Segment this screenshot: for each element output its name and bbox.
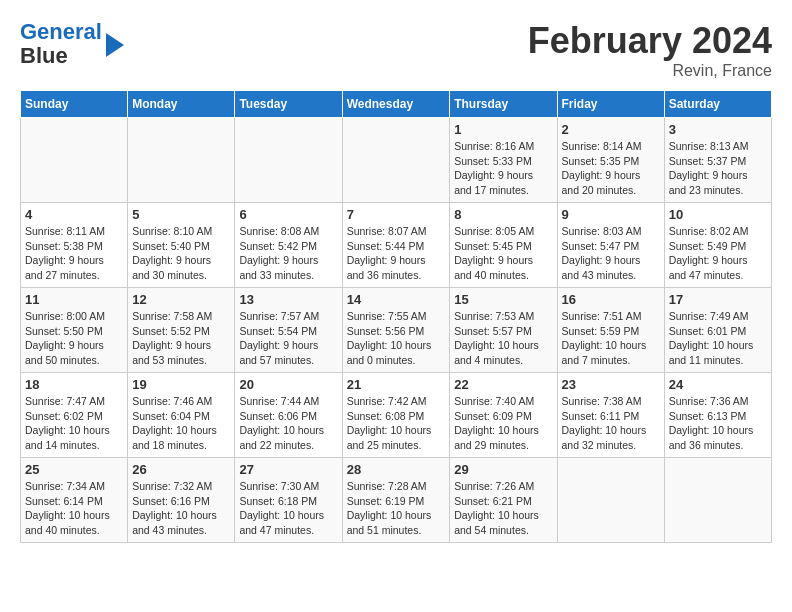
day-number: 18 — [25, 377, 123, 392]
calendar-week-row: 1Sunrise: 8:16 AM Sunset: 5:33 PM Daylig… — [21, 118, 772, 203]
page-header: General Blue February 2024 Revin, France — [20, 20, 772, 80]
day-info: Sunrise: 7:28 AM Sunset: 6:19 PM Dayligh… — [347, 479, 446, 538]
day-info: Sunrise: 7:44 AM Sunset: 6:06 PM Dayligh… — [239, 394, 337, 453]
day-info: Sunrise: 7:30 AM Sunset: 6:18 PM Dayligh… — [239, 479, 337, 538]
column-header-wednesday: Wednesday — [342, 91, 450, 118]
calendar-cell: 15Sunrise: 7:53 AM Sunset: 5:57 PM Dayli… — [450, 288, 557, 373]
day-number: 16 — [562, 292, 660, 307]
logo-text: General Blue — [20, 20, 124, 68]
day-info: Sunrise: 7:49 AM Sunset: 6:01 PM Dayligh… — [669, 309, 767, 368]
calendar-cell: 5Sunrise: 8:10 AM Sunset: 5:40 PM Daylig… — [128, 203, 235, 288]
day-number: 5 — [132, 207, 230, 222]
day-info: Sunrise: 7:57 AM Sunset: 5:54 PM Dayligh… — [239, 309, 337, 368]
day-number: 12 — [132, 292, 230, 307]
calendar-cell — [21, 118, 128, 203]
calendar-cell: 29Sunrise: 7:26 AM Sunset: 6:21 PM Dayli… — [450, 458, 557, 543]
calendar-cell: 18Sunrise: 7:47 AM Sunset: 6:02 PM Dayli… — [21, 373, 128, 458]
day-number: 1 — [454, 122, 552, 137]
day-number: 19 — [132, 377, 230, 392]
calendar-cell — [235, 118, 342, 203]
calendar-cell: 2Sunrise: 8:14 AM Sunset: 5:35 PM Daylig… — [557, 118, 664, 203]
title-block: February 2024 Revin, France — [528, 20, 772, 80]
day-number: 6 — [239, 207, 337, 222]
day-number: 11 — [25, 292, 123, 307]
calendar-cell: 1Sunrise: 8:16 AM Sunset: 5:33 PM Daylig… — [450, 118, 557, 203]
calendar-cell: 22Sunrise: 7:40 AM Sunset: 6:09 PM Dayli… — [450, 373, 557, 458]
day-number: 23 — [562, 377, 660, 392]
day-number: 22 — [454, 377, 552, 392]
logo-general: General — [20, 19, 102, 44]
day-number: 9 — [562, 207, 660, 222]
day-info: Sunrise: 7:26 AM Sunset: 6:21 PM Dayligh… — [454, 479, 552, 538]
day-number: 28 — [347, 462, 446, 477]
day-number: 25 — [25, 462, 123, 477]
day-info: Sunrise: 7:36 AM Sunset: 6:13 PM Dayligh… — [669, 394, 767, 453]
calendar-cell: 14Sunrise: 7:55 AM Sunset: 5:56 PM Dayli… — [342, 288, 450, 373]
page-subtitle: Revin, France — [528, 62, 772, 80]
day-info: Sunrise: 7:46 AM Sunset: 6:04 PM Dayligh… — [132, 394, 230, 453]
day-number: 2 — [562, 122, 660, 137]
calendar-week-row: 18Sunrise: 7:47 AM Sunset: 6:02 PM Dayli… — [21, 373, 772, 458]
calendar-cell: 10Sunrise: 8:02 AM Sunset: 5:49 PM Dayli… — [664, 203, 771, 288]
calendar-cell: 26Sunrise: 7:32 AM Sunset: 6:16 PM Dayli… — [128, 458, 235, 543]
calendar-cell: 25Sunrise: 7:34 AM Sunset: 6:14 PM Dayli… — [21, 458, 128, 543]
day-number: 20 — [239, 377, 337, 392]
day-info: Sunrise: 8:14 AM Sunset: 5:35 PM Dayligh… — [562, 139, 660, 198]
day-info: Sunrise: 8:05 AM Sunset: 5:45 PM Dayligh… — [454, 224, 552, 283]
calendar-cell: 24Sunrise: 7:36 AM Sunset: 6:13 PM Dayli… — [664, 373, 771, 458]
day-info: Sunrise: 8:13 AM Sunset: 5:37 PM Dayligh… — [669, 139, 767, 198]
day-info: Sunrise: 7:51 AM Sunset: 5:59 PM Dayligh… — [562, 309, 660, 368]
calendar-cell: 21Sunrise: 7:42 AM Sunset: 6:08 PM Dayli… — [342, 373, 450, 458]
day-info: Sunrise: 8:02 AM Sunset: 5:49 PM Dayligh… — [669, 224, 767, 283]
calendar-cell: 19Sunrise: 7:46 AM Sunset: 6:04 PM Dayli… — [128, 373, 235, 458]
calendar-cell: 27Sunrise: 7:30 AM Sunset: 6:18 PM Dayli… — [235, 458, 342, 543]
calendar-cell: 8Sunrise: 8:05 AM Sunset: 5:45 PM Daylig… — [450, 203, 557, 288]
day-number: 24 — [669, 377, 767, 392]
calendar-table: SundayMondayTuesdayWednesdayThursdayFrid… — [20, 90, 772, 543]
calendar-cell: 4Sunrise: 8:11 AM Sunset: 5:38 PM Daylig… — [21, 203, 128, 288]
calendar-cell — [557, 458, 664, 543]
calendar-week-row: 4Sunrise: 8:11 AM Sunset: 5:38 PM Daylig… — [21, 203, 772, 288]
day-number: 7 — [347, 207, 446, 222]
calendar-cell: 17Sunrise: 7:49 AM Sunset: 6:01 PM Dayli… — [664, 288, 771, 373]
day-info: Sunrise: 7:42 AM Sunset: 6:08 PM Dayligh… — [347, 394, 446, 453]
day-info: Sunrise: 7:38 AM Sunset: 6:11 PM Dayligh… — [562, 394, 660, 453]
day-info: Sunrise: 8:03 AM Sunset: 5:47 PM Dayligh… — [562, 224, 660, 283]
calendar-cell: 16Sunrise: 7:51 AM Sunset: 5:59 PM Dayli… — [557, 288, 664, 373]
day-info: Sunrise: 7:58 AM Sunset: 5:52 PM Dayligh… — [132, 309, 230, 368]
calendar-cell: 20Sunrise: 7:44 AM Sunset: 6:06 PM Dayli… — [235, 373, 342, 458]
day-info: Sunrise: 7:40 AM Sunset: 6:09 PM Dayligh… — [454, 394, 552, 453]
logo-blue: Blue — [20, 43, 68, 68]
day-number: 26 — [132, 462, 230, 477]
column-header-monday: Monday — [128, 91, 235, 118]
calendar-cell: 6Sunrise: 8:08 AM Sunset: 5:42 PM Daylig… — [235, 203, 342, 288]
column-header-tuesday: Tuesday — [235, 91, 342, 118]
calendar-cell: 28Sunrise: 7:28 AM Sunset: 6:19 PM Dayli… — [342, 458, 450, 543]
calendar-header-row: SundayMondayTuesdayWednesdayThursdayFrid… — [21, 91, 772, 118]
day-number: 3 — [669, 122, 767, 137]
day-number: 29 — [454, 462, 552, 477]
day-number: 10 — [669, 207, 767, 222]
day-info: Sunrise: 7:47 AM Sunset: 6:02 PM Dayligh… — [25, 394, 123, 453]
column-header-saturday: Saturday — [664, 91, 771, 118]
calendar-cell — [664, 458, 771, 543]
day-info: Sunrise: 7:55 AM Sunset: 5:56 PM Dayligh… — [347, 309, 446, 368]
page-title: February 2024 — [528, 20, 772, 62]
calendar-cell: 3Sunrise: 8:13 AM Sunset: 5:37 PM Daylig… — [664, 118, 771, 203]
calendar-week-row: 25Sunrise: 7:34 AM Sunset: 6:14 PM Dayli… — [21, 458, 772, 543]
calendar-cell — [342, 118, 450, 203]
logo: General Blue — [20, 20, 124, 68]
day-info: Sunrise: 8:10 AM Sunset: 5:40 PM Dayligh… — [132, 224, 230, 283]
day-info: Sunrise: 7:53 AM Sunset: 5:57 PM Dayligh… — [454, 309, 552, 368]
calendar-cell: 7Sunrise: 8:07 AM Sunset: 5:44 PM Daylig… — [342, 203, 450, 288]
logo-arrow-icon — [106, 33, 124, 57]
day-info: Sunrise: 7:32 AM Sunset: 6:16 PM Dayligh… — [132, 479, 230, 538]
day-number: 27 — [239, 462, 337, 477]
calendar-cell: 9Sunrise: 8:03 AM Sunset: 5:47 PM Daylig… — [557, 203, 664, 288]
day-number: 8 — [454, 207, 552, 222]
day-number: 4 — [25, 207, 123, 222]
day-info: Sunrise: 8:07 AM Sunset: 5:44 PM Dayligh… — [347, 224, 446, 283]
calendar-cell — [128, 118, 235, 203]
day-number: 14 — [347, 292, 446, 307]
calendar-week-row: 11Sunrise: 8:00 AM Sunset: 5:50 PM Dayli… — [21, 288, 772, 373]
